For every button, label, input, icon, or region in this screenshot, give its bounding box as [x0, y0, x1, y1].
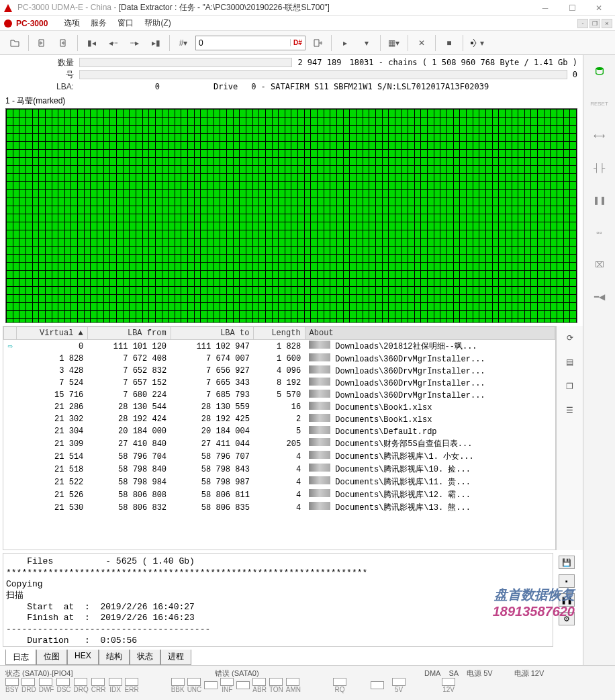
- align-icon[interactable]: ▫▫: [589, 222, 610, 243]
- table-export-icon[interactable]: ▤: [561, 353, 579, 371]
- table-row[interactable]: 15 7167 680 2247 685 7935 570 Downloads\…: [4, 389, 555, 401]
- first-button[interactable]: ▮◂: [82, 34, 101, 52]
- sector-map[interactable]: [5, 108, 577, 323]
- bottom-tabs: 日志 位图 HEX 结构 状态 进程: [0, 650, 583, 665]
- window-title: PC-3000 UDMA-E - China - [Data Extractor…: [17, 2, 532, 13]
- pause-icon[interactable]: ❚❚: [589, 189, 610, 211]
- status-bar: 状态 (SATA0)-[PIO4] 错误 (SATA0) DMA SA 电源 5…: [0, 665, 615, 700]
- table-row[interactable]: 21 30420 184 00020 184 0045 Documents\De…: [4, 425, 555, 437]
- address-input-wrap: D#: [195, 36, 305, 50]
- sata-status-label: 状态 (SATA0)-[PIO4]: [5, 668, 207, 679]
- next-button[interactable]: ┄▸: [125, 34, 144, 52]
- grid-button[interactable]: ▦▾: [385, 34, 404, 52]
- pwr12-label: 电源 12V: [514, 668, 545, 679]
- menu-services[interactable]: 服务: [85, 17, 112, 29]
- table-row[interactable]: 3 4287 652 8327 656 9274 096 Downloads\3…: [4, 365, 555, 377]
- log-disk-icon[interactable]: ▪: [559, 574, 575, 588]
- play-menu-button[interactable]: ▾: [357, 34, 376, 52]
- stop-button[interactable]: ■: [440, 34, 459, 52]
- maximize-button[interactable]: ☐: [559, 0, 585, 16]
- status-indicator: [333, 678, 346, 686]
- tab-process[interactable]: 进程: [160, 650, 191, 665]
- column-header[interactable]: [4, 327, 17, 340]
- import-button[interactable]: [33, 34, 52, 52]
- log-save-icon[interactable]: 💾: [559, 556, 575, 569]
- table-row[interactable]: 21 28628 130 54428 130 55916 Documents\B…: [4, 401, 555, 413]
- status-indicator: [236, 681, 250, 689]
- status-indicator: [220, 678, 234, 686]
- tab-log[interactable]: 日志: [5, 649, 36, 665]
- connect-icon[interactable]: ━◀: [589, 286, 610, 308]
- table-doc-icon[interactable]: ☰: [561, 401, 579, 420]
- mdi-minimize[interactable]: -: [577, 19, 588, 28]
- exit-button[interactable]: ▾: [467, 34, 486, 52]
- mdi-close[interactable]: ×: [602, 19, 612, 28]
- lba-label: LBA:: [5, 82, 79, 91]
- dma-label: DMA: [424, 669, 440, 677]
- column-header[interactable]: LBA to: [171, 327, 254, 340]
- slider-icon[interactable]: ┤├: [589, 157, 610, 179]
- play-button[interactable]: ▸: [336, 34, 354, 52]
- log-pause-icon[interactable]: ❚❚: [559, 593, 575, 607]
- menu-help[interactable]: 帮助(Z): [139, 17, 176, 29]
- close-panel-icon[interactable]: ⌧: [589, 254, 610, 275]
- range-icon[interactable]: ⟷: [589, 125, 610, 146]
- address-input[interactable]: [196, 38, 290, 48]
- tools-button[interactable]: ✕: [412, 34, 431, 52]
- column-header[interactable]: About: [305, 327, 555, 340]
- table-row[interactable]: 21 53058 806 83258 806 8354 Documents\腾讯…: [4, 501, 555, 514]
- num-label: 号: [5, 69, 79, 81]
- column-header[interactable]: Virtual ▲: [17, 327, 88, 340]
- table-row[interactable]: 21 51458 796 70458 796 7074 Documents\腾讯…: [4, 450, 555, 463]
- table-row[interactable]: 21 51858 798 84058 798 8434 Documents\腾讯…: [4, 463, 555, 476]
- status-indicator: [125, 678, 138, 686]
- reset-icon[interactable]: RESET: [589, 93, 610, 114]
- prev-button[interactable]: ◂┄: [103, 34, 122, 52]
- status-indicator: [91, 678, 105, 686]
- info-panel: 数量 2 947 189 18031 - chains ( 1 508 960 …: [0, 55, 583, 94]
- table-row[interactable]: ⇨0111 101 120111 102 9471 828 Downloads\…: [4, 340, 555, 353]
- map-label: 1 - 马莹(marked): [0, 94, 583, 108]
- tab-struct[interactable]: 结构: [99, 650, 130, 665]
- minimize-button[interactable]: ─: [532, 0, 559, 16]
- goto-button[interactable]: [308, 34, 327, 52]
- table-row[interactable]: 1 8287 672 4087 674 0071 600 Downloads\3…: [4, 353, 555, 365]
- log-settings-icon[interactable]: ⚙: [559, 612, 575, 625]
- tab-hex[interactable]: HEX: [67, 650, 99, 665]
- app-icon: [3, 3, 13, 13]
- export-button[interactable]: [54, 34, 73, 52]
- address-badge: D#: [290, 39, 305, 46]
- error-status-label: 错误 (SATA0): [215, 668, 416, 679]
- svg-marker-0: [4, 4, 12, 12]
- status-indicator: [39, 678, 52, 686]
- db-icon[interactable]: [589, 60, 610, 82]
- table-row[interactable]: 21 30927 410 84027 411 044205 Documents\…: [4, 437, 555, 450]
- status-indicator: [392, 678, 406, 686]
- open-button[interactable]: [5, 34, 24, 52]
- menu-options[interactable]: 选项: [58, 17, 85, 29]
- close-button[interactable]: ✕: [585, 0, 612, 16]
- qty-value: 2 947 189: [297, 58, 341, 67]
- table-copy-icon[interactable]: ❐: [561, 377, 579, 396]
- status-indicator: [269, 678, 283, 686]
- table-row[interactable]: 21 52258 798 98458 798 9874 Documents\腾讯…: [4, 476, 555, 488]
- last-button[interactable]: ▸▮: [146, 34, 165, 52]
- svg-rect-2: [471, 42, 473, 44]
- status-indicator: [204, 681, 218, 689]
- status-indicator: [109, 678, 122, 686]
- table-row[interactable]: 21 30228 192 42428 192 4252 Documents\Bo…: [4, 413, 555, 425]
- chain-table[interactable]: Virtual ▲LBA fromLBA toLengthAbout ⇨0111…: [3, 326, 556, 550]
- menu-window[interactable]: 窗口: [112, 17, 139, 29]
- table-row[interactable]: 21 52658 806 80858 806 8114 Documents\腾讯…: [4, 488, 555, 501]
- column-header[interactable]: LBA from: [87, 327, 171, 340]
- tab-status[interactable]: 状态: [130, 650, 160, 665]
- tab-bitmap[interactable]: 位图: [36, 650, 67, 665]
- log-output[interactable]: Files - 5625 ( 1.40 Gb) ****************…: [3, 553, 553, 647]
- column-header[interactable]: Length: [254, 327, 305, 340]
- table-row[interactable]: 7 5247 657 1527 665 3438 192 Downloads\3…: [4, 377, 555, 389]
- table-refresh-icon[interactable]: ⟳: [561, 329, 579, 347]
- mdi-restore[interactable]: ❐: [589, 19, 600, 28]
- toolbar: ▮◂ ◂┄ ┄▸ ▸▮ #▾ D# ▸ ▾ ▦▾ ✕ ■ ▾: [0, 31, 615, 55]
- qty-label: 数量: [5, 57, 79, 69]
- hash-button[interactable]: #▾: [174, 34, 193, 52]
